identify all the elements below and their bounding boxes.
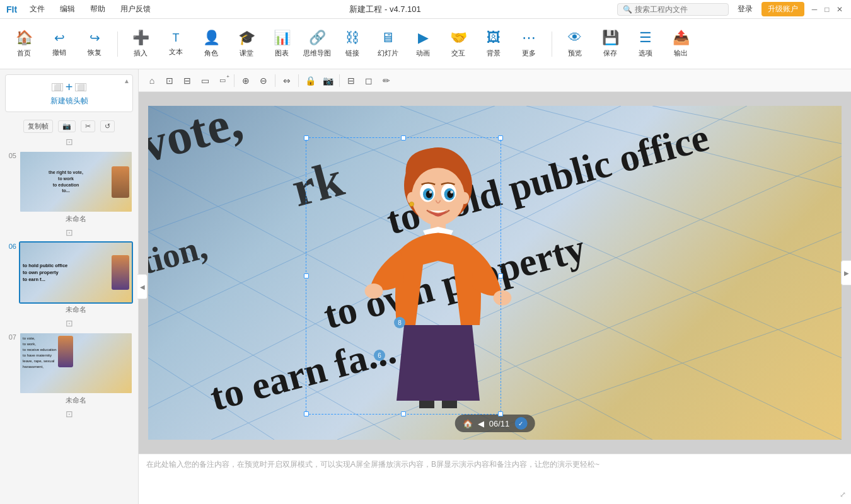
align-left-icon[interactable]: ⊟ [343, 72, 359, 89]
insert-button[interactable]: ➕ 插入 [123, 21, 158, 67]
search-box[interactable]: 🔍 [617, 3, 729, 16]
chart-button[interactable]: 📊 图表 [264, 21, 299, 67]
title-bar-left: FIt 文件 编辑 帮助 用户反馈 [6, 3, 153, 16]
search-input[interactable] [635, 5, 723, 14]
slide-panel: ⬜ + ⬜ 新建镜头帧 ▲ 复制帧 📷 ✂ ↺ ⊡ 05 [0, 69, 139, 504]
screenshot-button[interactable]: 📷 [58, 120, 76, 132]
mindmap-button[interactable]: 🔗 思维导图 [299, 21, 335, 67]
more-button[interactable]: ⋯ 更多 [511, 21, 547, 67]
close-button[interactable]: ✕ [835, 4, 845, 14]
slide-separator-06-07: ⊡ [0, 317, 138, 329]
text-icon: T [173, 32, 180, 45]
add-rect-icon[interactable]: ▭+ [214, 72, 231, 89]
slide-item-06[interactable]: 06 to hold public officeto own propertyt… [0, 239, 138, 317]
copy-frame-button[interactable]: 复制帧 [23, 120, 53, 133]
menu-file[interactable]: 文件 [27, 3, 47, 16]
copy-view-icon[interactable]: ⊡ [161, 72, 178, 89]
export-button[interactable]: 📤 输出 [663, 21, 698, 67]
nav-back-icon[interactable]: ◀ [478, 419, 484, 428]
slide-preview-06: to hold public officeto own propertyto e… [20, 243, 132, 302]
title-bar: FIt 文件 编辑 帮助 用户反馈 新建工程 - v4.7.101 🔍 登录 升… [0, 0, 851, 19]
svg-point-23 [429, 190, 432, 193]
slide-thumbnail-05[interactable]: the right to vote,to workto educationto.… [19, 151, 133, 213]
text-button[interactable]: T 文本 [158, 21, 194, 67]
maximize-button[interactable]: □ [822, 4, 832, 14]
slide-thumbnail-06[interactable]: to hold public officeto own propertyto e… [19, 241, 133, 304]
notes-expand-icon[interactable]: ⤢ [840, 490, 846, 499]
flip-icon[interactable]: ⇔ [279, 72, 295, 89]
home-button[interactable]: 🏠 首页 [6, 21, 42, 67]
undo-button[interactable]: ↩ 撤销 [42, 21, 77, 67]
options-button[interactable]: ☰ 选项 [628, 21, 663, 67]
save-button[interactable]: 💾 保存 [593, 21, 628, 67]
refresh-button[interactable]: ↺ [100, 120, 115, 132]
animation-button[interactable]: ▶ 动画 [405, 21, 441, 67]
actionbar-sep-3 [298, 74, 299, 87]
actionbar-sep-2 [275, 74, 275, 87]
interact-button[interactable]: 🤝 交互 [441, 21, 476, 67]
rectangle-icon[interactable]: ▭ [197, 72, 213, 89]
background-icon: 🖼 [487, 30, 501, 46]
collapse-sidebar-button[interactable]: ◀ [137, 274, 148, 299]
slide-separator-05-06: ⊡ [0, 226, 138, 239]
menu-help[interactable]: 帮助 [88, 3, 108, 16]
home-label: 首页 [17, 49, 31, 58]
slide-item-05[interactable]: 05 the right to vote,to workto education… [0, 148, 138, 226]
character-button[interactable]: 👤 角色 [194, 21, 229, 67]
slide-item-07[interactable]: 07 to vote,to work,to receive educationt… [0, 329, 138, 408]
link-button[interactable]: ⛓ 链接 [335, 21, 370, 67]
fit-page-icon[interactable]: ⌂ [144, 72, 160, 89]
canvas-wrapper: ⌂ ⊡ ⊟ ▭ ▭+ ⊕ ⊖ ⇔ 🔒 📷 ⊟ ◻ ✏ [139, 69, 851, 504]
slide-thumbnail-07[interactable]: to vote,to work,to receive educationto h… [19, 332, 133, 394]
separator-icon-3: ⊡ [66, 318, 73, 328]
classroom-icon: 🎓 [238, 30, 255, 46]
preview-icon: 👁 [568, 30, 582, 46]
toolbar-group-actions: 👁 预览 💾 保存 ☰ 选项 📤 输出 [557, 21, 698, 67]
character-icon: 👤 [203, 30, 220, 46]
expand-right-button[interactable]: ▶ [841, 260, 851, 285]
sidebar-collapse-icon[interactable]: ▲ [124, 77, 130, 84]
svg-point-27 [409, 202, 414, 206]
background-button[interactable]: 🖼 背景 [476, 21, 511, 67]
interact-icon: 🤝 [450, 30, 467, 46]
classroom-button[interactable]: 🎓 课堂 [229, 21, 264, 67]
zoom-out-icon[interactable]: ⊖ [255, 72, 272, 89]
slide-preview-07: to vote,to work,to receive educationto h… [20, 333, 132, 393]
minimize-button[interactable]: ─ [809, 4, 819, 14]
insert-icon: ➕ [132, 30, 149, 46]
nav-check-icon[interactable]: ✓ [514, 417, 527, 430]
main-toolbar: 🏠 首页 ↩ 撤销 ↪ 恢复 ➕ 插入 T 文本 👤 角色 🎓 课堂 [0, 19, 851, 69]
lock-icon[interactable]: 🔒 [302, 72, 318, 89]
toolbar-separator-2 [552, 32, 552, 57]
crop-button[interactable]: ✂ [81, 120, 95, 132]
title-bar-right: 🔍 登录 升级账户 ─ □ ✕ [617, 2, 845, 16]
camera-icon[interactable]: 📷 [320, 72, 336, 89]
link-icon: ⛓ [345, 30, 359, 46]
crop-icon[interactable]: ◻ [361, 72, 377, 89]
login-button[interactable]: 登录 [734, 3, 756, 16]
slide-number-06: 06 [5, 243, 16, 250]
upgrade-button[interactable]: 升级账户 [761, 2, 804, 16]
undo-icon: ↩ [54, 30, 65, 45]
slide-navigation[interactable]: 🏠 ◀ 06/11 ✓ [455, 415, 535, 432]
plus-icon: + [66, 80, 73, 94]
zoom-in-icon[interactable]: ⊕ [238, 72, 254, 89]
slide-button[interactable]: 🖥 幻灯片 [370, 21, 405, 67]
nav-home-icon[interactable]: 🏠 [463, 419, 473, 428]
menu-edit[interactable]: 编辑 [57, 3, 78, 16]
slide-label-07: 未命名 [19, 396, 133, 405]
new-frame-button[interactable]: ⬜ + ⬜ 新建镜头帧 ▲ [5, 74, 133, 112]
menu-feedback[interactable]: 用户反馈 [118, 3, 153, 16]
character-figure[interactable] [350, 144, 526, 408]
svg-point-30 [365, 284, 383, 299]
paste-view-icon[interactable]: ⊟ [179, 72, 195, 89]
actionbar-sep-4 [339, 74, 340, 87]
redo-button[interactable]: ↪ 恢复 [77, 21, 112, 67]
preview-button[interactable]: 👁 预览 [557, 21, 593, 67]
action-bar: ⌂ ⊡ ⊟ ▭ ▭+ ⊕ ⊖ ⇔ 🔒 📷 ⊟ ◻ ✏ [139, 69, 851, 92]
notes-area[interactable]: 在此处输入您的备注内容，在预览时开启双屏模式，可以实现A屏全屏播放演示内容，B屏… [139, 454, 851, 504]
edit-icon[interactable]: ✏ [378, 72, 395, 89]
svg-rect-33 [442, 401, 457, 408]
slide-canvas-area[interactable]: vote, rk tion, to hold public office to … [139, 92, 851, 454]
options-icon: ☰ [639, 30, 652, 46]
